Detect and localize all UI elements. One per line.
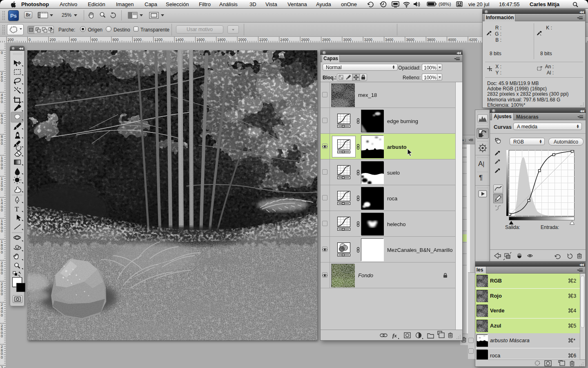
svg-text:0: 0 bbox=[1, 355, 3, 359]
svg-text:0: 0 bbox=[1, 79, 3, 83]
svg-text:3: 3 bbox=[1, 366, 3, 368]
svg-text:1200: 1200 bbox=[154, 38, 163, 42]
svg-text:0: 0 bbox=[1, 292, 3, 296]
svg-text:0: 0 bbox=[1, 313, 3, 317]
svg-text:0: 0 bbox=[1, 250, 3, 254]
svg-text:0: 0 bbox=[1, 166, 3, 170]
svg-text:3800: 3800 bbox=[427, 38, 435, 42]
svg-text:0: 0 bbox=[1, 121, 3, 125]
svg-text:0: 0 bbox=[1, 271, 3, 275]
svg-text:T: T bbox=[15, 205, 19, 213]
svg-text:4200: 4200 bbox=[469, 38, 477, 42]
svg-text:0: 0 bbox=[1, 141, 3, 146]
svg-text:2800: 2800 bbox=[322, 38, 330, 42]
svg-text:600: 600 bbox=[91, 38, 98, 42]
svg-text:1000: 1000 bbox=[134, 38, 142, 42]
svg-text:2000: 2000 bbox=[238, 38, 247, 42]
svg-text:1600: 1600 bbox=[196, 38, 205, 42]
svg-text:0: 0 bbox=[1, 334, 3, 338]
svg-text:3200: 3200 bbox=[364, 38, 372, 42]
svg-text:0: 0 bbox=[1, 51, 3, 55]
svg-text:2600: 2600 bbox=[301, 38, 310, 42]
svg-text:0: 0 bbox=[29, 38, 31, 42]
svg-text:0: 0 bbox=[1, 100, 3, 104]
svg-text:3400: 3400 bbox=[385, 38, 393, 42]
svg-text:1800: 1800 bbox=[217, 38, 225, 42]
svg-text:2400: 2400 bbox=[280, 38, 288, 42]
svg-text:(98%): (98%) bbox=[439, 2, 451, 7]
svg-text:800: 800 bbox=[112, 38, 118, 42]
svg-text:200: 200 bbox=[8, 38, 14, 42]
svg-text:0: 0 bbox=[1, 208, 3, 212]
svg-text:2200: 2200 bbox=[259, 38, 267, 42]
svg-text:fx: fx bbox=[392, 332, 397, 339]
svg-text:400: 400 bbox=[71, 38, 77, 42]
svg-text:0: 0 bbox=[1, 187, 3, 191]
svg-text:200: 200 bbox=[49, 38, 56, 42]
svg-text:0: 0 bbox=[1, 229, 3, 233]
svg-text:3000: 3000 bbox=[343, 38, 351, 42]
svg-text:1400: 1400 bbox=[176, 38, 184, 42]
svg-text:4000: 4000 bbox=[448, 38, 456, 42]
svg-text:3600: 3600 bbox=[406, 38, 414, 42]
